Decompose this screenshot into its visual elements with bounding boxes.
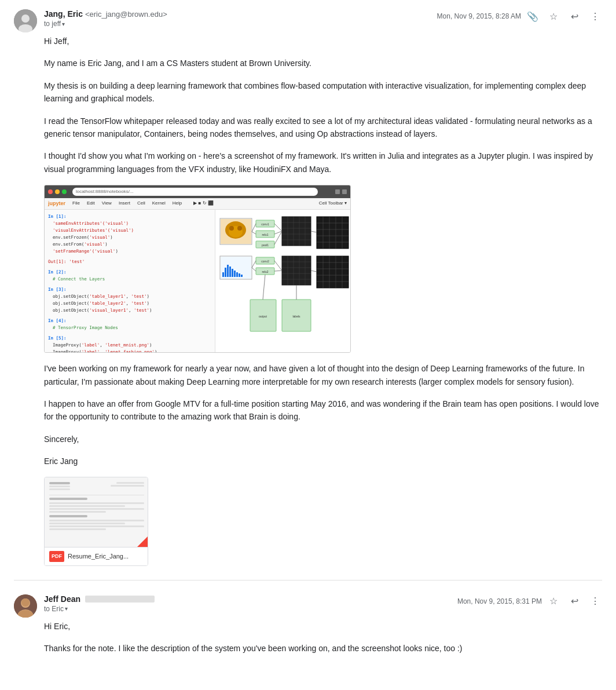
star-icon[interactable]: ☆ [547,9,560,23]
svg-line-75 [311,231,317,232]
attachment-container: PDF Resume_Eric_Jang... [44,477,602,565]
preview-content [45,477,148,536]
svg-rect-15 [282,217,311,246]
sender-email-jeff [85,596,155,603]
svg-line-79 [274,271,282,271]
svg-rect-44 [234,271,236,277]
para-offer: I happen to have an offer from Google MT… [44,397,602,424]
svg-line-77 [252,268,256,271]
svg-rect-47 [241,275,243,277]
para-thanks-jeff: Thanks for the note. I like the descript… [44,642,602,655]
svg-rect-41 [227,265,229,277]
para-sincerely: Sincerely, [44,433,602,446]
svg-rect-45 [236,272,238,277]
jupyter-screenshot: localhost:8888/notebooks/... jupyter Fil… [44,185,351,353]
svg-text:relu2: relu2 [262,270,268,273]
attachment-label: PDF Resume_Eric_Jang... [45,547,148,565]
browser-urlbar: localhost:8888/notebooks/... [72,188,318,196]
svg-line-71 [252,232,256,234]
svg-rect-40 [225,268,226,277]
attachment-preview [45,477,148,547]
email-message-2: Jeff Dean to Eric ▾ Mon, Nov 9, 2015, 8:… [14,594,602,655]
browser-topbar: localhost:8888/notebooks/... [45,185,350,198]
more-icon-2[interactable]: ⋮ [588,594,602,608]
email-date-2: Mon, Nov 9, 2015, 8:31 PM [457,597,542,605]
sender-details-1: Jang, Eric <eric_jang@brown.edu> to jeff… [44,9,167,28]
attachment-filename: Resume_Eric_Jang... [68,552,129,562]
sender-name-jeff: Jeff Dean [44,594,80,604]
svg-rect-43 [232,269,233,277]
jupyter-main: In [1]: 'sameEnvAttributes'('visual') 'v… [45,210,350,353]
to-dropdown-icon-jeff[interactable]: ▾ [65,605,68,612]
header-right-2: Mon, Nov 9, 2015, 8:31 PM ☆ ↩ ⋮ [457,594,602,608]
para-name: Eric Jang [44,455,602,468]
jupyter-graph-panel: conv1 relu1 pool1 [215,210,350,353]
svg-text:conv2: conv2 [261,260,269,263]
svg-text:conv1: conv1 [261,222,269,226]
avatar-eric [14,9,37,32]
browser-dot-yellow [55,189,60,194]
header-icons-2: ☆ ↩ ⋮ [547,594,602,608]
reply-icon[interactable]: ↩ [567,9,581,23]
jupyter-code-panel: In [1]: 'sameEnvAttributes'('visual') 'v… [45,210,215,353]
svg-line-72 [274,224,282,231]
svg-rect-24 [317,217,349,249]
browser-dot-red [48,189,53,194]
svg-line-80 [311,271,317,272]
email-body-1: Hi Jeff, My name is Eric Jang, and I am … [44,35,602,566]
avatar-jeff [14,594,37,618]
svg-point-1 [21,14,30,23]
svg-text:output: output [259,315,267,318]
email-header-2: Jeff Dean to Eric ▾ Mon, Nov 9, 2015, 8:… [14,594,602,618]
sender-details-2: Jeff Dean to Eric ▾ [44,594,155,613]
sender-to-jeff: to Eric ▾ [44,605,155,613]
svg-point-86 [21,598,30,607]
email-body-2: Hi Eric, Thanks for the note. I like the… [44,620,602,655]
email-thread: Jang, Eric <eric_jang@brown.edu> to jeff… [0,0,616,678]
svg-text:relu1: relu1 [262,233,268,236]
svg-line-74 [274,231,282,244]
email-date-1: Mon, Nov 9, 2015, 8:28 AM [437,12,521,20]
para-greeting-jeff: Hi Eric, [44,620,602,633]
svg-rect-39 [222,272,224,277]
svg-rect-46 [239,273,240,277]
pdf-icon: PDF [49,551,64,561]
attachment-thumb[interactable]: PDF Resume_Eric_Jang... [44,477,148,565]
sender-info-1: Jang, Eric <eric_jang@brown.edu> to jeff… [14,9,167,32]
header-icons-1: 📎 ☆ ↩ ⋮ [526,9,602,23]
para-tensorflow: I read the TensorFlow whitepaper release… [44,115,602,141]
reply-icon-2[interactable]: ↩ [567,594,581,608]
para-intro: My name is Eric Jang, and I am a CS Mast… [44,57,602,70]
star-icon-2[interactable]: ☆ [547,594,560,608]
sender-name: Jang, Eric [44,9,83,19]
para-screenshot-intro: I thought I'd show you what I'm working … [44,149,602,176]
svg-text:pool1: pool1 [262,243,269,247]
header-right-1: Mon, Nov 9, 2015, 8:28 AM 📎 ☆ ↩ ⋮ [437,9,602,23]
jupyter-toolbar: jupyter FileEditViewInsertCellKernelHelp… [45,198,350,210]
sender-email: <eric_jang@brown.edu> [85,10,167,19]
svg-line-76 [252,261,256,268]
svg-rect-48 [282,256,311,285]
svg-line-70 [252,224,256,232]
email-message-1: Jang, Eric <eric_jang@brown.edu> to jeff… [14,9,602,566]
to-dropdown-icon[interactable]: ▾ [62,21,65,27]
sender-to: to jeff ▾ [44,20,167,28]
svg-text:labels: labels [292,315,300,318]
node-graph-svg: conv1 relu1 pool1 [215,210,350,353]
sender-name-line: Jang, Eric <eric_jang@brown.edu> [44,9,167,19]
to-label: to jeff [44,20,61,28]
more-icon[interactable]: ⋮ [588,9,602,23]
sender-info-2: Jeff Dean to Eric ▾ [14,594,155,618]
email-divider [14,580,602,581]
to-label-jeff: to Eric [44,605,64,613]
browser-dot-green [62,189,67,194]
svg-rect-42 [229,266,231,277]
svg-line-78 [274,261,282,271]
svg-point-8 [237,226,242,231]
svg-rect-57 [317,256,349,288]
attachment-icon: 📎 [526,9,540,23]
sender-name-line-2: Jeff Dean [44,594,155,604]
svg-line-81 [263,275,265,300]
email-header-1: Jang, Eric <eric_jang@brown.edu> to jeff… [14,9,602,32]
svg-point-7 [229,226,234,231]
